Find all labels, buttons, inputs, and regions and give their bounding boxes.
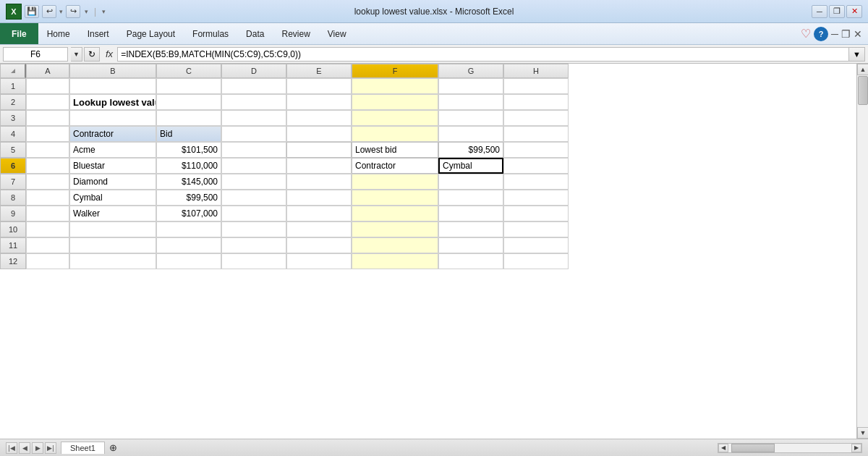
- cell-f7[interactable]: [352, 174, 438, 190]
- file-menu[interactable]: File: [0, 23, 38, 44]
- row-header-6[interactable]: 6: [0, 158, 26, 174]
- cell-g6[interactable]: Cymbal: [438, 158, 503, 174]
- cell-h7[interactable]: [503, 174, 569, 190]
- cell-f2[interactable]: [352, 94, 438, 110]
- cell-b6[interactable]: Bluestar: [69, 158, 156, 174]
- cell-f11[interactable]: [352, 237, 438, 253]
- cell-c12[interactable]: [156, 253, 221, 269]
- page-layout-menu[interactable]: Page Layout: [118, 23, 184, 44]
- cell-d9[interactable]: [221, 206, 286, 221]
- next-sheet-button[interactable]: ▶: [32, 442, 43, 454]
- cell-a1[interactable]: [26, 78, 69, 94]
- customize-quick-access[interactable]: ▾: [102, 8, 106, 15]
- cell-g9[interactable]: [438, 206, 503, 221]
- cell-d12[interactable]: [221, 253, 286, 269]
- cell-b8[interactable]: Cymbal: [69, 190, 156, 206]
- cell-g11[interactable]: [438, 237, 503, 253]
- cell-d6[interactable]: [221, 158, 286, 174]
- row-header-2[interactable]: 2: [0, 94, 26, 110]
- cell-b3[interactable]: [69, 110, 156, 126]
- row-header-3[interactable]: 3: [0, 110, 26, 126]
- formula-input[interactable]: [117, 47, 849, 62]
- cell-a5[interactable]: [26, 142, 69, 158]
- cell-a2[interactable]: [26, 94, 69, 110]
- cell-f5[interactable]: Lowest bid: [352, 142, 438, 158]
- row-header-5[interactable]: 5: [0, 142, 26, 158]
- cell-e9[interactable]: [286, 206, 352, 221]
- save-button[interactable]: 💾: [25, 5, 39, 18]
- restore-ribbon-button[interactable]: ❐: [841, 28, 851, 40]
- row-header-9[interactable]: 9: [0, 206, 26, 221]
- cell-e1[interactable]: [286, 78, 352, 94]
- cell-f12[interactable]: [352, 253, 438, 269]
- scroll-h-thumb[interactable]: [731, 444, 775, 452]
- minimize-ribbon-button[interactable]: ─: [831, 28, 838, 40]
- cell-d10[interactable]: [221, 221, 286, 237]
- cell-e8[interactable]: [286, 190, 352, 206]
- scroll-right-button[interactable]: ▶: [851, 444, 861, 452]
- cell-b1[interactable]: [69, 78, 156, 94]
- cell-g1[interactable]: [438, 78, 503, 94]
- redo-button[interactable]: ↪: [66, 5, 80, 18]
- cell-d5[interactable]: [221, 142, 286, 158]
- redo-dropdown[interactable]: ▾: [85, 8, 88, 15]
- col-header-a[interactable]: A: [26, 64, 69, 78]
- cell-f3[interactable]: [352, 110, 438, 126]
- heart-icon[interactable]: ♡: [801, 27, 811, 41]
- cell-g12[interactable]: [438, 253, 503, 269]
- first-sheet-button[interactable]: |◀: [6, 442, 17, 454]
- cell-a10[interactable]: [26, 221, 69, 237]
- cell-g4[interactable]: [438, 126, 503, 142]
- cell-a6[interactable]: [26, 158, 69, 174]
- cell-c9[interactable]: $107,000: [156, 206, 221, 221]
- col-header-g[interactable]: G: [438, 64, 503, 78]
- cell-a9[interactable]: [26, 206, 69, 221]
- home-menu[interactable]: Home: [38, 23, 79, 44]
- review-menu[interactable]: Review: [273, 23, 318, 44]
- cell-ref-dropdown[interactable]: ▼: [71, 47, 82, 62]
- row-header-10[interactable]: 10: [0, 221, 26, 237]
- cell-e4[interactable]: [286, 126, 352, 142]
- cell-e2[interactable]: [286, 94, 352, 110]
- cell-c6[interactable]: $110,000: [156, 158, 221, 174]
- col-header-e[interactable]: E: [286, 64, 352, 78]
- horizontal-scrollbar[interactable]: ◀ ▶: [718, 443, 862, 453]
- col-header-h[interactable]: H: [503, 64, 569, 78]
- cell-e6[interactable]: [286, 158, 352, 174]
- cell-f9[interactable]: [352, 206, 438, 221]
- cell-c11[interactable]: [156, 237, 221, 253]
- cell-h8[interactable]: [503, 190, 569, 206]
- scroll-down-button[interactable]: ▼: [857, 427, 868, 439]
- last-sheet-button[interactable]: ▶|: [45, 442, 56, 454]
- cell-f8[interactable]: [352, 190, 438, 206]
- insert-menu[interactable]: Insert: [79, 23, 118, 44]
- cell-h11[interactable]: [503, 237, 569, 253]
- cell-c5[interactable]: $101,500: [156, 142, 221, 158]
- cell-c8[interactable]: $99,500: [156, 190, 221, 206]
- formula-expand-button[interactable]: ▼: [849, 47, 865, 62]
- row-header-7[interactable]: 7: [0, 174, 26, 190]
- cell-f10[interactable]: [352, 221, 438, 237]
- cell-b7[interactable]: Diamond: [69, 174, 156, 190]
- cell-reference-box[interactable]: F6: [3, 47, 68, 62]
- vertical-scrollbar[interactable]: ▲ ▼: [856, 64, 868, 439]
- cell-c2[interactable]: [156, 94, 221, 110]
- cell-b4[interactable]: Contractor: [69, 126, 156, 142]
- cell-h6[interactable]: [503, 158, 569, 174]
- undo-button[interactable]: ↩: [42, 5, 56, 18]
- view-menu[interactable]: View: [319, 23, 355, 44]
- cell-e11[interactable]: [286, 237, 352, 253]
- cell-h4[interactable]: [503, 126, 569, 142]
- row-header-12[interactable]: 12: [0, 253, 26, 269]
- cell-d8[interactable]: [221, 190, 286, 206]
- row-header-11[interactable]: 11: [0, 237, 26, 253]
- cell-d7[interactable]: [221, 174, 286, 190]
- minimize-button[interactable]: ─: [812, 5, 827, 18]
- help-button[interactable]: ?: [814, 27, 828, 41]
- cell-g5[interactable]: $99,500: [438, 142, 503, 158]
- sheet1-tab[interactable]: Sheet1: [61, 442, 105, 454]
- cell-a12[interactable]: [26, 253, 69, 269]
- cell-a7[interactable]: [26, 174, 69, 190]
- cell-c4[interactable]: Bid: [156, 126, 221, 142]
- cell-g2[interactable]: [438, 94, 503, 110]
